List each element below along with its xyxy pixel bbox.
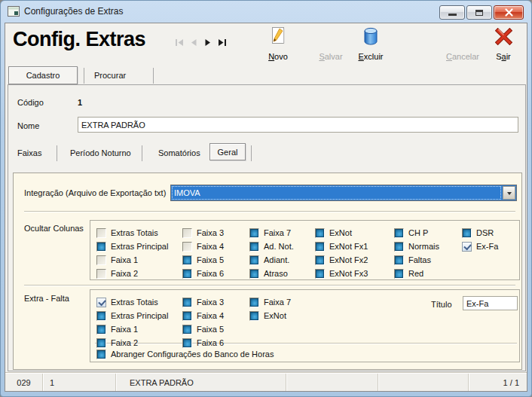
red-x-icon xyxy=(495,28,512,48)
checkbox-box-icon[interactable] xyxy=(182,255,192,265)
checkbox-box-icon[interactable] xyxy=(394,255,404,265)
close-button[interactable] xyxy=(494,5,524,20)
titlebar[interactable]: Configurações de Extras xyxy=(1,1,531,23)
checkbox-faixa-6[interactable]: Faixa 6 xyxy=(182,267,224,280)
subtab-faixas[interactable]: Faixas xyxy=(17,148,41,157)
integracao-select[interactable]: IMOVA xyxy=(170,185,517,201)
checkbox-box-icon[interactable] xyxy=(249,255,259,265)
checkbox-atraso[interactable]: Atraso xyxy=(249,267,294,280)
checkbox-box-icon[interactable] xyxy=(182,242,192,252)
checkbox-exnot-fx1[interactable]: ExNot Fx1 xyxy=(315,240,368,253)
checkbox-faixa-6[interactable]: Faixa 6 xyxy=(182,336,224,350)
checkbox-adiant[interactable]: Adiant. xyxy=(249,253,294,267)
titulo-label: Título xyxy=(431,300,452,309)
checkbox-box-icon[interactable] xyxy=(96,269,106,279)
integracao-label: Integração (Arquivo de Exportação txt) xyxy=(24,188,166,197)
checkbox-faixa-3[interactable]: Faixa 3 xyxy=(182,226,224,240)
checkbox-extras-totais[interactable]: Extras Totais xyxy=(96,226,168,240)
checkbox-label: ExNot xyxy=(329,228,352,237)
checkbox-faixa-5[interactable]: Faixa 5 xyxy=(182,253,224,267)
checkbox-box-icon[interactable] xyxy=(394,269,404,279)
checkbox-box-icon[interactable] xyxy=(96,255,106,265)
minimize-button[interactable] xyxy=(439,5,465,20)
checkbox-box-icon[interactable] xyxy=(315,242,325,252)
checkbox-box-icon[interactable] xyxy=(96,311,106,321)
novo-button[interactable]: Novo xyxy=(255,26,301,63)
nav-next-button[interactable] xyxy=(203,36,212,44)
checkbox-exnot-fx3[interactable]: ExNot Fx3 xyxy=(315,267,368,280)
subtab-somatorios[interactable]: Somatórios xyxy=(158,148,200,157)
record-navigator xyxy=(175,36,227,44)
subtab-separator xyxy=(251,145,252,161)
status-record-id: 1 xyxy=(43,374,116,391)
combo-dropdown-button[interactable] xyxy=(503,186,515,200)
checkbox-box-icon[interactable] xyxy=(249,298,259,307)
maximize-button[interactable] xyxy=(466,5,492,20)
checkbox-box-icon[interactable] xyxy=(182,325,192,334)
checkbox-box-icon[interactable] xyxy=(182,338,192,348)
checkbox-ex-fa[interactable]: Ex-Fa xyxy=(462,240,498,253)
checkbox-box-icon[interactable] xyxy=(182,311,192,321)
checkbox-box-icon[interactable] xyxy=(96,298,106,307)
checkbox-faixa-1[interactable]: Faixa 1 xyxy=(96,322,168,336)
checkbox-box-icon[interactable] xyxy=(249,228,259,238)
checkbox-label: Faixa 6 xyxy=(197,269,224,278)
checkbox-box-icon[interactable] xyxy=(249,242,259,252)
checkbox-faixa-3[interactable]: Faixa 3 xyxy=(182,295,224,309)
checkbox-label: Atraso xyxy=(264,269,288,278)
checkbox-normais[interactable]: Normais xyxy=(394,240,439,253)
sair-button[interactable]: Sair xyxy=(481,26,526,63)
checkbox-extras-totais[interactable]: Extras Totais xyxy=(96,295,168,309)
checkbox-exnot[interactable]: ExNot xyxy=(249,309,291,322)
checkbox-box-icon[interactable] xyxy=(96,242,106,252)
checkbox-exnot-fx2[interactable]: ExNot Fx2 xyxy=(315,253,368,267)
checkbox-box-icon[interactable] xyxy=(96,338,106,348)
checkbox-box-icon[interactable] xyxy=(96,350,106,359)
checkbox-faixa-4[interactable]: Faixa 4 xyxy=(182,240,224,253)
checkbox-box-icon[interactable] xyxy=(96,325,106,334)
checkbox-box-icon[interactable] xyxy=(462,228,472,238)
nav-prior-button[interactable] xyxy=(189,36,198,44)
checkbox-faixa-7[interactable]: Faixa 7 xyxy=(249,295,291,309)
checkbox-extras-principal[interactable]: Extras Principal xyxy=(96,309,168,322)
salvar-button[interactable]: Salvar xyxy=(308,26,353,63)
subtab-periodo-noturno[interactable]: Período Noturno xyxy=(70,148,131,157)
checkbox-box-icon[interactable] xyxy=(249,311,259,321)
checkbox-box-icon[interactable] xyxy=(96,228,106,238)
checkbox-box-icon[interactable] xyxy=(394,228,404,238)
checkbox-faixa-2[interactable]: Faixa 2 xyxy=(96,336,168,350)
novo-label: Novo xyxy=(255,52,301,61)
checkbox-red[interactable]: Red xyxy=(394,267,439,280)
titulo-input[interactable] xyxy=(463,296,518,310)
checkbox-ch-p[interactable]: CH P xyxy=(394,226,439,240)
checkbox-box-icon[interactable] xyxy=(462,242,472,252)
checkbox-faltas[interactable]: Faltas xyxy=(394,253,439,267)
checkbox-ad-not[interactable]: Ad. Not. xyxy=(249,240,294,253)
nav-first-button[interactable] xyxy=(175,36,184,44)
nome-input[interactable] xyxy=(78,117,518,133)
checkbox-box-icon[interactable] xyxy=(182,228,192,238)
checkbox-box-icon[interactable] xyxy=(182,298,192,307)
checkbox-box-icon[interactable] xyxy=(315,269,325,279)
cancelar-button[interactable]: Cancelar xyxy=(440,26,485,63)
checkbox-box-icon[interactable] xyxy=(182,269,192,279)
checkbox-exnot[interactable]: ExNot xyxy=(315,226,368,240)
subtab-geral[interactable]: Geral xyxy=(209,143,246,160)
application-window: Configurações de Extras Config. Extras xyxy=(0,0,532,397)
checkbox-box-icon[interactable] xyxy=(249,269,259,279)
integracao-selected-value: IMOVA xyxy=(171,185,502,200)
checkbox-faixa-5[interactable]: Faixa 5 xyxy=(182,322,224,336)
excluir-button[interactable]: Excluir xyxy=(348,26,393,63)
tab-procurar[interactable]: Procurar xyxy=(94,71,126,80)
nav-last-button[interactable] xyxy=(218,36,227,44)
checkbox-box-icon[interactable] xyxy=(394,242,404,252)
checkbox-extras-principal[interactable]: Extras Principal xyxy=(96,240,168,253)
checkbox-box-icon[interactable] xyxy=(315,228,325,238)
checkbox-faixa-1[interactable]: Faixa 1 xyxy=(96,253,168,267)
checkbox-box-icon[interactable] xyxy=(315,255,325,265)
tab-cadastro[interactable]: Cadastro xyxy=(8,66,78,84)
checkbox-faixa-2[interactable]: Faixa 2 xyxy=(96,267,168,280)
checkbox-faixa-4[interactable]: Faixa 4 xyxy=(182,309,224,322)
checkbox-dsr[interactable]: DSR xyxy=(462,226,498,240)
checkbox-faixa-7[interactable]: Faixa 7 xyxy=(249,226,294,240)
